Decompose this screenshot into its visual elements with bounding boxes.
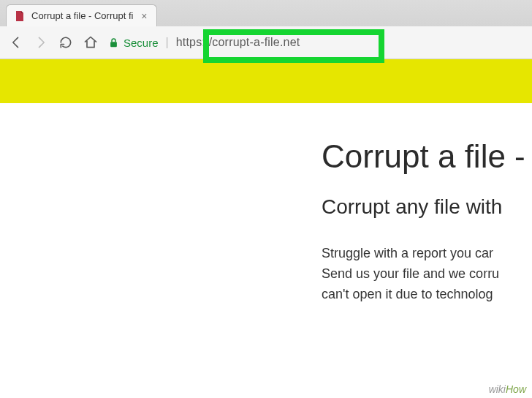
svg-rect-0 [110,42,117,47]
forward-button[interactable] [34,35,48,50]
tab-row: Corrupt a file - Corrupt fi × [0,0,532,26]
browser-chrome: Corrupt a file - Corrupt fi × Secure | [0,0,532,59]
url-text: https://corrupt-a-file.net [176,36,300,49]
site-header-banner [0,59,532,103]
secure-label-text: Secure [123,37,159,49]
lock-icon [108,37,119,48]
tab-title: Corrupt a file - Corrupt fi [31,10,133,21]
page-title: Corrupt a file - T [322,138,532,175]
browser-tab[interactable]: Corrupt a file - Corrupt fi × [6,4,157,26]
paragraph-line: Struggle with a report you car [322,244,532,264]
toolbar: Secure | https://corrupt-a-file.net [0,26,532,59]
favicon-icon [14,10,26,22]
reload-button[interactable] [58,35,73,50]
paragraph-line: can't open it due to technolog [322,285,532,305]
back-button[interactable] [9,35,23,50]
page-content: Corrupt a file - T Corrupt any file with… [0,103,532,305]
secure-indicator: Secure [108,37,159,49]
close-icon[interactable]: × [139,11,149,21]
address-bar[interactable]: Secure | https://corrupt-a-file.net [108,31,523,53]
paragraph-line: Send us your file and we corru [322,264,532,285]
home-button[interactable] [83,35,98,50]
page-subtitle: Corrupt any file with [322,195,532,219]
watermark: wikiHow [489,383,526,395]
page-viewport: Corrupt a file - T Corrupt any file with… [0,59,532,398]
